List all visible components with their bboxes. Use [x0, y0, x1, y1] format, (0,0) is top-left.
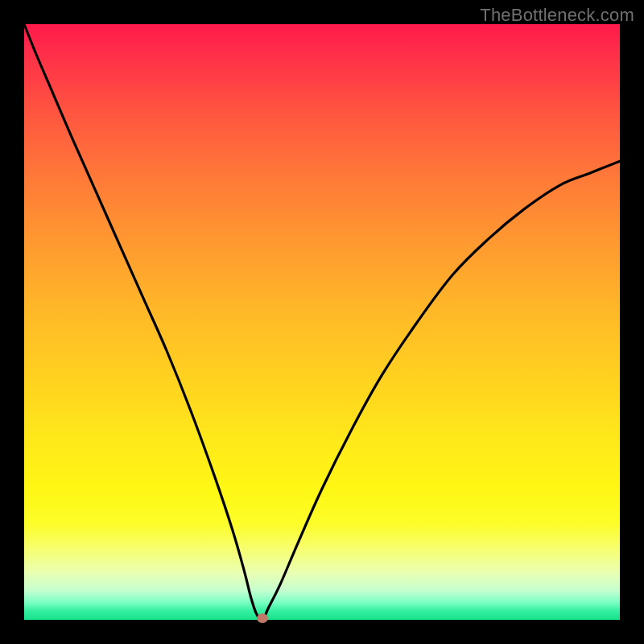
- watermark-text: TheBottleneck.com: [480, 5, 634, 26]
- optimum-marker: [257, 613, 268, 623]
- chart-stage: TheBottleneck.com: [0, 0, 644, 644]
- gradient-plot-area: [24, 24, 620, 620]
- bottleneck-curve: [24, 24, 620, 620]
